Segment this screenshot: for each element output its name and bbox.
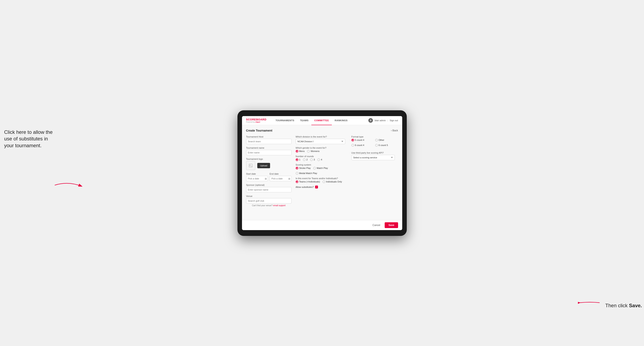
event-teams[interactable]: Teams (+Individuals) xyxy=(296,180,320,183)
logo-area: Upload xyxy=(246,161,292,170)
user-name: blair admin xyxy=(374,119,386,122)
tournament-logo-label: Tournament logo xyxy=(246,158,292,160)
scoring-match[interactable]: Match Play xyxy=(313,167,328,170)
substitutes-section: Allow substitutes? ✓ xyxy=(296,185,345,188)
start-date-label: Start date xyxy=(246,173,268,175)
back-link[interactable]: Back xyxy=(391,129,398,132)
end-date-label: End date xyxy=(270,173,292,175)
annotation-left: Click here to allow the use of substitut… xyxy=(4,129,54,149)
round-3-radio[interactable] xyxy=(310,158,313,161)
page-title: Create Tournament xyxy=(246,129,272,132)
event-teams-radio[interactable] xyxy=(296,180,298,183)
form-column-3: Format type 5 count 4 Other xyxy=(349,136,395,209)
svg-rect-0 xyxy=(249,164,252,167)
form-footer: Cancel Save xyxy=(242,220,402,230)
tournament-host-section: Tournament Host xyxy=(246,136,292,144)
round-2[interactable]: 2 xyxy=(303,158,308,161)
start-date-wrap: ▦ xyxy=(246,176,268,181)
calendar-icon-end: ▦ xyxy=(288,177,290,180)
tablet-screen: SCOREBOARD Powered by clippd TOURNAMENTS… xyxy=(242,116,402,230)
format-6count5-radio[interactable] xyxy=(375,144,378,147)
end-date-wrap: ▦ xyxy=(270,176,292,181)
round-2-radio[interactable] xyxy=(303,158,306,161)
save-arrow xyxy=(578,299,601,307)
gender-mens-radio[interactable] xyxy=(296,150,298,153)
scoring-radio-group: Stroke Play Match Play Medal Match Play xyxy=(296,167,345,175)
tournament-name-label: Tournament name xyxy=(246,147,292,149)
scoring-medal[interactable]: Medal Match Play xyxy=(296,172,317,175)
round-4[interactable]: 4 xyxy=(317,158,322,161)
format-6count4-radio[interactable] xyxy=(352,144,354,147)
format-5count4-radio[interactable] xyxy=(352,139,354,142)
division-select[interactable]: NCAA Division I xyxy=(296,139,345,144)
email-support-link[interactable]: email support xyxy=(273,204,286,207)
sponsor-input[interactable] xyxy=(246,187,292,192)
scoring-medal-radio[interactable] xyxy=(296,172,298,175)
sign-out-link[interactable]: Sign out xyxy=(390,119,398,122)
sponsor-label: Sponsor (optional) xyxy=(246,184,292,186)
form-column-1: Tournament Host Tournament name Tourname… xyxy=(246,136,292,209)
avatar: B xyxy=(368,118,373,123)
scoring-api-select[interactable]: Select a scoring service xyxy=(352,155,395,160)
venue-input[interactable] xyxy=(246,198,292,203)
tournament-logo-section: Tournament logo Upload xyxy=(246,158,292,170)
nav-tournaments[interactable]: TOURNAMENTS xyxy=(272,116,297,125)
scoring-api-section: Use third-party live scoring API? Select… xyxy=(352,152,395,160)
form-column-2: Which division is the event for? NCAA Di… xyxy=(296,136,345,209)
nav-rankings[interactable]: RANKINGS xyxy=(332,116,350,125)
upload-button[interactable]: Upload xyxy=(257,163,270,168)
event-type-radio-group: Teams (+Individuals) Individuals Only xyxy=(296,180,345,183)
gender-section: Which gender is the event for? Mens Wome… xyxy=(296,147,345,153)
venue-section: Venue Can't find your venue? email suppo… xyxy=(246,195,292,207)
format-other-radio[interactable] xyxy=(375,139,378,142)
round-3[interactable]: 3 xyxy=(310,158,315,161)
format-5count4[interactable]: 5 count 4 xyxy=(352,139,371,142)
annotation-right: Then click Save. xyxy=(606,302,642,309)
scoring-stroke-radio[interactable] xyxy=(296,167,298,170)
division-label: Which division is the event for? xyxy=(296,136,345,138)
round-1[interactable]: 1 xyxy=(296,158,300,161)
date-row: Start date ▦ End date ▦ xyxy=(246,173,292,181)
scoring-stroke[interactable]: Stroke Play xyxy=(296,167,311,170)
cancel-button[interactable]: Cancel xyxy=(370,222,382,228)
nav-teams[interactable]: TEAMS xyxy=(297,116,311,125)
gender-womens-radio[interactable] xyxy=(307,150,310,153)
tournament-host-input[interactable] xyxy=(246,139,292,144)
gender-radio-group: Mens Womens xyxy=(296,150,345,153)
gender-womens[interactable]: Womens xyxy=(307,150,320,153)
logo-powered: Powered by clippd xyxy=(246,121,266,123)
substitutes-label: Allow substitutes? xyxy=(296,186,314,188)
format-label: Format type xyxy=(352,136,395,138)
gender-mens[interactable]: Mens xyxy=(296,150,305,153)
rounds-label: Number of rounds xyxy=(296,155,345,158)
save-button[interactable]: Save xyxy=(385,222,398,228)
format-6count4[interactable]: 6 count 4 xyxy=(352,144,371,147)
format-other[interactable]: Other xyxy=(375,139,395,142)
venue-label: Venue xyxy=(246,195,292,197)
event-individuals-radio[interactable] xyxy=(322,180,325,183)
scoring-label: Scoring system xyxy=(296,164,345,166)
format-options-grid: 5 count 4 Other 6 count 4 xyxy=(352,139,395,148)
division-section: Which division is the event for? NCAA Di… xyxy=(296,136,345,144)
svg-point-1 xyxy=(250,165,250,165)
nav-committee[interactable]: COMMITTEE xyxy=(311,116,332,125)
scoring-match-radio[interactable] xyxy=(313,167,316,170)
rounds-section: Number of rounds 1 2 xyxy=(296,155,345,161)
substitutes-checkbox[interactable]: ✓ xyxy=(315,185,318,188)
gender-label: Which gender is the event for? xyxy=(296,147,345,149)
end-date-section: End date ▦ xyxy=(270,173,292,181)
rounds-radio-group: 1 2 3 4 xyxy=(296,158,345,161)
tournament-name-input[interactable] xyxy=(246,150,292,155)
sponsor-section: Sponsor (optional) xyxy=(246,184,292,192)
round-4-radio[interactable] xyxy=(317,158,320,161)
form-grid: Tournament Host Tournament name Tourname… xyxy=(246,136,398,209)
format-section: Format type 5 count 4 Other xyxy=(352,136,395,148)
event-individuals[interactable]: Individuals Only xyxy=(322,180,342,183)
start-date-section: Start date ▦ xyxy=(246,173,268,181)
logo-scoreboard: SCOREBOARD xyxy=(246,118,266,121)
tournament-host-label: Tournament Host xyxy=(246,136,292,138)
scoring-api-label: Use third-party live scoring API? xyxy=(352,152,395,154)
round-1-radio[interactable] xyxy=(296,158,298,161)
substitutes-row: Allow substitutes? ✓ xyxy=(296,185,345,188)
format-6count5[interactable]: 6 count 5 xyxy=(375,144,395,147)
